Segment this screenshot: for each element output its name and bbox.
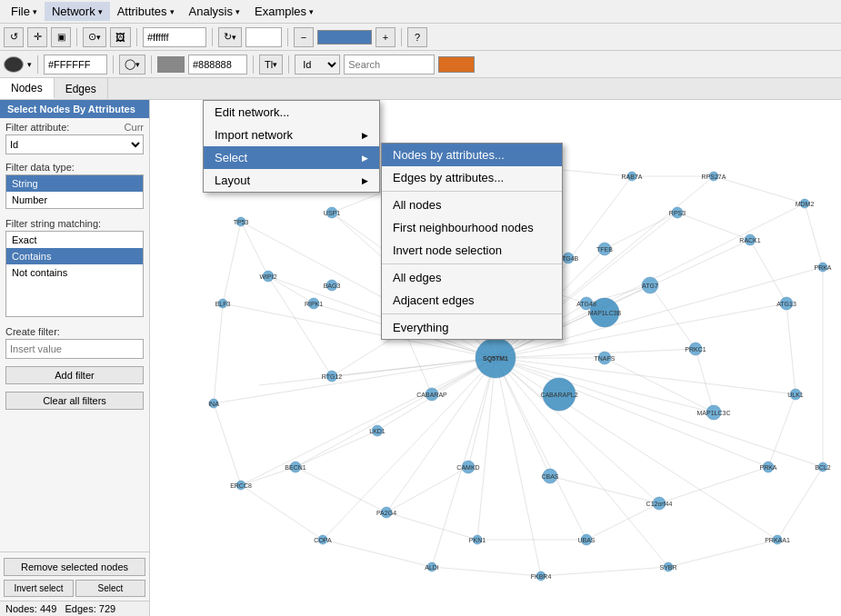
import-network-item[interactable]: Import network ▶ [204, 124, 379, 146]
current-label: Curr [125, 122, 144, 133]
invert-select-btn[interactable]: Invert select [4, 580, 74, 597]
sep9 [253, 55, 254, 74]
fill-color-input[interactable] [44, 55, 107, 75]
svg-text:RPS3: RPS3 [669, 210, 686, 216]
edges-by-attributes-item[interactable]: Edges by attributes... [382, 166, 562, 189]
datatype-string[interactable]: String [6, 175, 143, 192]
tab-edges[interactable]: Edges [55, 78, 108, 99]
filter-matching-section: Filter string matching: Exact Contains N… [0, 214, 149, 323]
svg-text:LKD1: LKD1 [369, 428, 385, 434]
chevron-down-icon: ▾ [33, 7, 37, 16]
sep [76, 28, 77, 46]
select-btn[interactable]: Select [75, 580, 145, 597]
bg-color-input[interactable] [143, 27, 206, 47]
filter-attribute-section: Filter attribute: Curr Id [0, 118, 149, 158]
border-color-swatch[interactable] [157, 56, 185, 73]
datatype-number[interactable]: Number [6, 192, 143, 208]
all-nodes-item[interactable]: All nodes [382, 194, 562, 216]
screenshot-btn[interactable]: 🖼 [110, 27, 131, 47]
select-submenu[interactable]: Nodes by attributes... Edges by attribut… [381, 143, 563, 340]
create-filter-label: Create filter: [5, 326, 144, 337]
svg-text:INA: INA [208, 401, 219, 407]
svg-text:BCL2: BCL2 [815, 464, 831, 471]
zoom-out-btn[interactable]: − [294, 27, 314, 47]
sep1 [382, 191, 562, 192]
menu-network[interactable]: Network ▾ [45, 2, 110, 21]
svg-text:ATG48: ATG48 [576, 301, 596, 307]
select-item[interactable]: Select ▶ [204, 146, 379, 169]
chevron-down-icon2: ▾ [27, 60, 32, 69]
sep3 [212, 28, 213, 46]
border-color-input[interactable] [188, 55, 247, 75]
main-layout: Select Nodes By Attributes Filter attrib… [0, 100, 841, 616]
move-btn[interactable]: ✛ [27, 27, 47, 47]
remove-selected-nodes-btn[interactable]: Remove selected nodes [4, 558, 145, 576]
all-edges-item[interactable]: All edges [382, 266, 562, 289]
svg-text:SQ5TM1: SQ5TM1 [483, 355, 508, 363]
menu-attributes[interactable]: Attributes ▾ [110, 2, 182, 21]
menu-file[interactable]: File ▾ [4, 2, 45, 21]
node-color-circle[interactable] [4, 56, 24, 73]
reset-btn[interactable]: ↺ [4, 27, 24, 47]
chevron-right-icon2: ▶ [362, 154, 368, 163]
nodes-by-attributes-item[interactable]: Nodes by attributes... [382, 144, 562, 166]
matching-not-contains[interactable]: Not contains [6, 264, 143, 281]
svg-text:WIPI2: WIPI2 [259, 273, 276, 280]
first-neighbourhood-item[interactable]: First neighbourhood nodes [382, 216, 562, 239]
menu-analysis[interactable]: Analysis ▾ [182, 2, 247, 21]
edit-network-item[interactable]: Edit network... [204, 101, 379, 124]
zoom-in-btn[interactable]: + [375, 27, 395, 47]
datatype-list: String Number [5, 174, 144, 209]
svg-text:RIPK1: RIPK1 [305, 301, 323, 307]
accent-color-swatch[interactable] [438, 56, 475, 73]
tabs-row: Nodes Edges [0, 78, 841, 100]
shape-btn[interactable]: ◯ ▾ [119, 55, 145, 75]
toolbar-1: ↺ ✛ ▣ ⊙ ▾ 🖼 ↻ ▾ 90° − + ? [0, 24, 841, 51]
svg-text:COPA: COPA [314, 537, 332, 543]
svg-text:CABARAPL2: CABARAPL2 [540, 392, 577, 398]
filter-attribute-select[interactable]: Id [5, 134, 144, 154]
adjacent-edges-item[interactable]: Adjacent edges [382, 289, 562, 312]
search-input[interactable] [344, 55, 435, 75]
svg-text:PA2G4: PA2G4 [376, 510, 396, 516]
help-btn[interactable]: ? [407, 27, 427, 47]
camera-btn[interactable]: ⊙ ▾ [83, 27, 106, 47]
insert-value-input[interactable] [5, 339, 144, 359]
matching-exact[interactable]: Exact [6, 232, 143, 248]
node-btn[interactable]: ▣ [51, 27, 71, 47]
svg-text:RTG12: RTG12 [322, 373, 343, 380]
rotation-input[interactable]: 90° [245, 27, 282, 47]
network-area[interactable]: SQ5TM1 CABARAPL2 MAP1LC3B TREM168 ATG48 … [150, 100, 841, 616]
svg-text:CAMKD: CAMKD [456, 464, 479, 471]
chevron-right-icon3: ▶ [362, 176, 368, 185]
layout-item[interactable]: Layout ▶ [204, 169, 379, 192]
svg-text:ELF3: ELF3 [215, 301, 231, 307]
tab-nodes[interactable]: Nodes [0, 78, 55, 99]
sep7 [113, 55, 114, 74]
svg-text:BECN1: BECN1 [285, 464, 305, 471]
svg-text:C12orf44: C12orf44 [646, 501, 673, 507]
svg-text:SYBR: SYBR [659, 564, 676, 571]
invert-node-selection-item[interactable]: Invert node selection [382, 239, 562, 262]
svg-text:ATG7: ATG7 [642, 283, 658, 289]
menu-examples[interactable]: Examples ▾ [247, 2, 321, 21]
svg-text:USP1: USP1 [324, 210, 340, 216]
refresh-btn[interactable]: ↻ ▾ [218, 27, 242, 47]
matching-list: Exact Contains Not contains [5, 231, 144, 317]
sep3 [382, 313, 562, 314]
svg-text:PRKC1: PRKC1 [685, 346, 706, 353]
sep5 [401, 28, 402, 46]
sep6 [37, 55, 38, 74]
everything-item[interactable]: Everything [382, 316, 562, 339]
zoom-slider[interactable] [317, 30, 372, 45]
matching-contains[interactable]: Contains [6, 248, 143, 264]
chevron-down-icon: ▾ [170, 7, 175, 16]
attribute-select[interactable]: Id [295, 55, 340, 75]
text-btn[interactable]: Tl ▾ [259, 55, 283, 75]
svg-text:UBAS: UBAS [577, 537, 595, 543]
network-dropdown[interactable]: Edit network... Import network ▶ Select … [203, 100, 380, 193]
svg-text:ERCC8: ERCC8 [230, 482, 252, 489]
add-filter-btn[interactable]: Add filter [5, 366, 144, 384]
svg-text:TFEB: TFEB [596, 246, 613, 253]
clear-all-filters-btn[interactable]: Clear all filters [5, 392, 144, 410]
